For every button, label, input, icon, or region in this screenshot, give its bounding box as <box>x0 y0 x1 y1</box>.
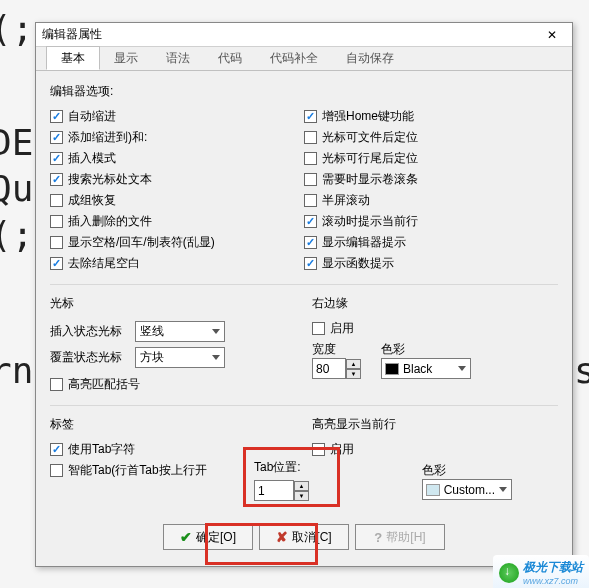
titlebar: 编辑器属性 ✕ <box>36 23 572 47</box>
tab-pos-input[interactable]: 1 <box>254 480 294 501</box>
chk-insert-deleted[interactable] <box>50 215 63 228</box>
chk-highlight-brackets[interactable] <box>50 378 63 391</box>
chk-label: 显示空格/回车/制表符(乱显) <box>68 234 215 251</box>
chk-smart-tab[interactable] <box>50 464 63 477</box>
tab-syntax[interactable]: 语法 <box>152 47 204 70</box>
chk-group-undo[interactable] <box>50 194 63 207</box>
logo-name: 极光下载站 <box>523 560 583 574</box>
over-cursor-label: 覆盖状态光标 <box>50 349 135 366</box>
margin-width-label: 宽度 <box>312 341 361 358</box>
download-icon <box>499 563 519 583</box>
highlight-color-label: 色彩 <box>422 462 512 479</box>
chk-label: 使用Tab字符 <box>68 441 135 458</box>
chk-label: 光标可文件后定位 <box>322 129 418 146</box>
chk-label: 半屏滚动 <box>322 192 370 209</box>
chk-show-current-line[interactable] <box>304 215 317 228</box>
bg-code-text: rn <box>0 350 33 391</box>
select-value: Black <box>403 362 432 376</box>
divider <box>50 284 558 285</box>
margin-color-label: 色彩 <box>381 341 471 358</box>
chk-label: 启用 <box>330 320 354 337</box>
options-left-col: 自动缩进 添加缩进到)和: 插入模式 搜索光标处文本 成组恢复 插入删除的文件 … <box>50 106 304 274</box>
chk-label: 显示编辑器提示 <box>322 234 406 251</box>
color-swatch-icon <box>426 484 440 496</box>
bg-code-text: (; <box>0 8 33 49</box>
tab-basic[interactable]: 基本 <box>46 46 100 70</box>
over-cursor-select[interactable]: 方块 <box>135 347 225 368</box>
chk-label: 添加缩进到)和: <box>68 129 147 146</box>
chk-enhanced-home[interactable] <box>304 110 317 123</box>
spin-down-icon[interactable]: ▼ <box>294 491 309 501</box>
tab-completion[interactable]: 代码补全 <box>256 47 332 70</box>
chk-trim-trailing[interactable] <box>50 257 63 270</box>
btn-label: 确定[O] <box>196 529 236 546</box>
chk-label: 需要时显示卷滚条 <box>322 171 418 188</box>
chk-label: 自动缩进 <box>68 108 116 125</box>
chk-use-tab-char[interactable] <box>50 443 63 456</box>
chk-label: 成组恢复 <box>68 192 116 209</box>
input-value: 80 <box>316 362 329 376</box>
close-button[interactable]: ✕ <box>538 25 566 45</box>
chk-scrollbars-when-needed[interactable] <box>304 173 317 186</box>
chk-auto-indent[interactable] <box>50 110 63 123</box>
chk-insert-mode[interactable] <box>50 152 63 165</box>
cancel-button[interactable]: ✘取消[C] <box>259 524 349 550</box>
x-icon: ✘ <box>276 529 288 545</box>
btn-label: 帮助[H] <box>386 529 425 546</box>
chk-margin-enable[interactable] <box>312 322 325 335</box>
insert-cursor-label: 插入状态光标 <box>50 323 135 340</box>
chk-half-page-scroll[interactable] <box>304 194 317 207</box>
dialog-title: 编辑器属性 <box>42 26 102 43</box>
btn-label: 取消[C] <box>292 529 331 546</box>
chk-label: 高亮匹配括号 <box>68 376 140 393</box>
margin-group-label: 右边缘 <box>312 295 558 312</box>
chk-label: 去除结尾空白 <box>68 255 140 272</box>
chk-label: 启用 <box>330 441 354 458</box>
chk-label: 增强Home键功能 <box>322 108 414 125</box>
input-value: 1 <box>258 484 265 498</box>
highlight-color-select[interactable]: Custom... <box>422 479 512 500</box>
select-value: Custom... <box>444 483 495 497</box>
watermark-logo: 极光下载站 www.xz7.com <box>493 555 589 588</box>
insert-cursor-select[interactable]: 竖线 <box>135 321 225 342</box>
bg-code-text: (; <box>0 214 33 255</box>
chk-label: 插入删除的文件 <box>68 213 152 230</box>
cursor-group-label: 光标 <box>50 295 296 312</box>
chk-label: 插入模式 <box>68 150 116 167</box>
tab-autosave[interactable]: 自动保存 <box>332 47 408 70</box>
chk-cursor-past-eol[interactable] <box>304 152 317 165</box>
select-value: 方块 <box>140 349 164 366</box>
tab-display[interactable]: 显示 <box>100 47 152 70</box>
chk-label: 显示函数提示 <box>322 255 394 272</box>
bg-code-text: DE <box>0 122 33 163</box>
margin-width-input[interactable]: 80 <box>312 358 346 379</box>
bg-code-text: Qu <box>0 168 33 209</box>
tab-group-label: 标签 <box>50 416 296 433</box>
tab-pos-label: Tab位置: <box>254 459 309 476</box>
chk-editor-hints[interactable] <box>304 236 317 249</box>
chk-add-indent[interactable] <box>50 131 63 144</box>
help-button[interactable]: ?帮助[H] <box>355 524 445 550</box>
tab-strip: 基本 显示 语法 代码 代码补全 自动保存 <box>36 47 572 71</box>
chk-search-cursor[interactable] <box>50 173 63 186</box>
ok-button[interactable]: ✔确定[O] <box>163 524 253 550</box>
options-label: 编辑器选项: <box>50 83 558 100</box>
logo-url: www.xz7.com <box>523 576 583 586</box>
spin-up-icon[interactable]: ▲ <box>294 481 309 491</box>
chk-show-whitespace[interactable] <box>50 236 63 249</box>
tab-code[interactable]: 代码 <box>204 47 256 70</box>
check-icon: ✔ <box>180 529 192 545</box>
chk-label: 滚动时提示当前行 <box>322 213 418 230</box>
options-right-col: 增强Home键功能 光标可文件后定位 光标可行尾后定位 需要时显示卷滚条 半屏滚… <box>304 106 558 274</box>
margin-color-select[interactable]: Black <box>381 358 471 379</box>
select-value: 竖线 <box>140 323 164 340</box>
chk-function-hints[interactable] <box>304 257 317 270</box>
tab-content: 编辑器选项: 自动缩进 添加缩进到)和: 插入模式 搜索光标处文本 成组恢复 插… <box>36 71 572 500</box>
chk-highlight-enable[interactable] <box>312 443 325 456</box>
chk-cursor-past-eof[interactable] <box>304 131 317 144</box>
color-swatch-icon <box>385 363 399 375</box>
chk-label: 光标可行尾后定位 <box>322 150 418 167</box>
spin-down-icon[interactable]: ▼ <box>346 369 361 379</box>
spin-up-icon[interactable]: ▲ <box>346 359 361 369</box>
close-icon: ✕ <box>547 28 557 42</box>
